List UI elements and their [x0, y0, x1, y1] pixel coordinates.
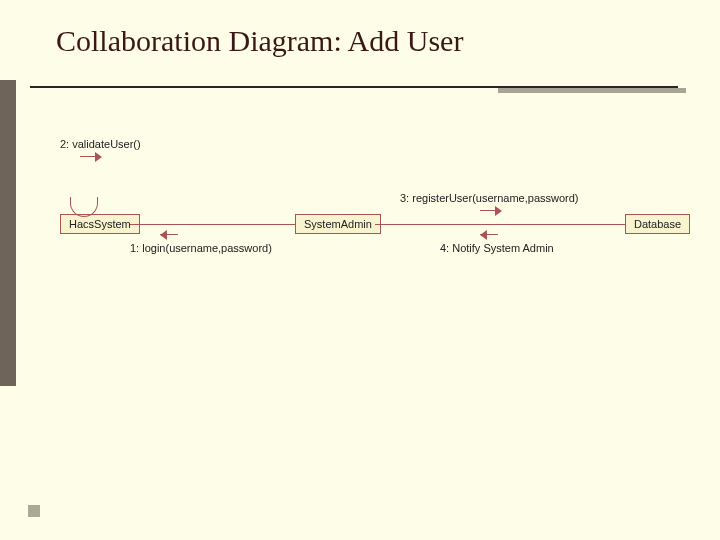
- collaboration-diagram: 2: validateUser() HacsSystem SystemAdmin…: [60, 130, 700, 350]
- title-rule-accent: [498, 88, 686, 93]
- object-hacs-system: HacsSystem: [60, 214, 140, 234]
- link-admin-db: [375, 224, 625, 225]
- message-1-label: 1: login(username,password): [130, 242, 272, 254]
- message-2-label: 2: validateUser(): [60, 138, 141, 150]
- arrow-right-icon: [480, 206, 502, 216]
- arrow-left-icon: [480, 230, 502, 240]
- object-system-admin: SystemAdmin: [295, 214, 381, 234]
- arrow-left-icon: [160, 230, 182, 240]
- message-3-label: 3: registerUser(username,password): [400, 192, 579, 204]
- object-database: Database: [625, 214, 690, 234]
- footer-square-icon: [28, 505, 40, 517]
- page-title: Collaboration Diagram: Add User: [56, 24, 463, 58]
- link-hacs-admin: [130, 224, 295, 225]
- left-accent-bar: [0, 80, 16, 386]
- arrow-right-icon: [80, 152, 102, 162]
- message-4-label: 4: Notify System Admin: [440, 242, 554, 254]
